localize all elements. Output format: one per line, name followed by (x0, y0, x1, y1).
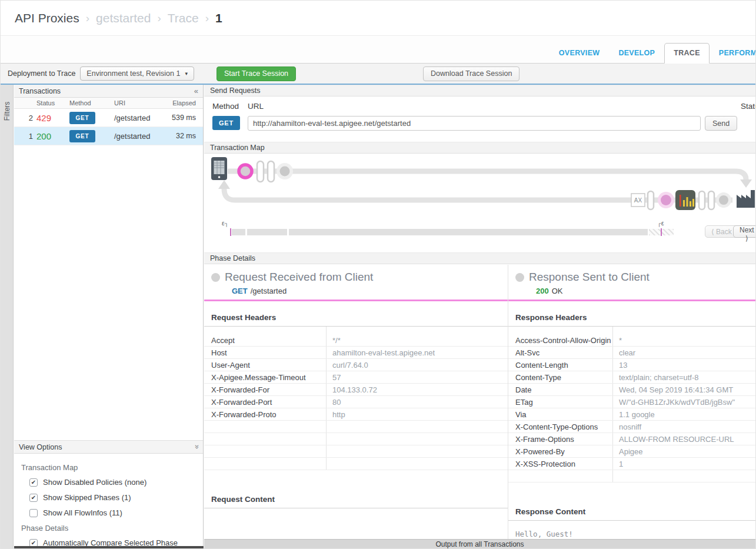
output-from-all-transactions-bar[interactable]: Output from all Transactions (204, 539, 755, 548)
filters-sidebar-tab[interactable]: Filters (1, 85, 14, 548)
response-phase-column: Response Sent to Client 200OK Response H… (508, 265, 755, 539)
request-phase-column: Request Received from Client GET/getstar… (204, 265, 508, 539)
header-value: 1 (613, 460, 623, 468)
header-value: * (613, 336, 622, 345)
transaction-map: AX (204, 154, 755, 252)
tab-develop[interactable]: DEVELOP (609, 43, 664, 64)
ax-policy-icon[interactable]: AX (631, 194, 645, 207)
view-option-item: Show Skipped Phases (1) (29, 493, 203, 502)
flow-pill[interactable] (648, 191, 654, 209)
apigee-trace-app: API Proxies › getstarted › Trace › 1 OVE… (0, 0, 756, 549)
view-options-panel: View Options « Transaction MapShow Disab… (14, 440, 203, 546)
header-value: 80 (327, 398, 341, 407)
header-name: Date (508, 384, 613, 395)
timeline-cursor-tick[interactable] (230, 228, 231, 236)
start-trace-session-button[interactable]: Start Trace Session (217, 66, 296, 81)
checkbox[interactable] (29, 478, 38, 487)
response-phase-summary: Response Sent to Client 200OK (508, 265, 755, 301)
transaction-status: 200 (36, 131, 69, 141)
response-headers-table: Access-Control-Allow-Origin*Alt-Svcclear… (508, 327, 755, 483)
view-option-label: Automatically Compare Selected Phase (43, 538, 178, 546)
transaction-uri: /getstarted (114, 114, 161, 122)
header-name: X-Forwarded-Port (204, 396, 327, 408)
flow-pill[interactable] (257, 161, 264, 182)
tab-overview[interactable]: OVERVIEW (549, 43, 610, 64)
transaction-row[interactable]: 2429GET/getstarted539 ms (14, 109, 203, 127)
next-button[interactable]: Next ⟩ (733, 225, 755, 238)
method-select-button[interactable]: GET (212, 116, 240, 130)
url-input[interactable] (248, 116, 701, 131)
left-panel-scrollbar[interactable] (14, 546, 204, 548)
flow-pill[interactable] (699, 191, 705, 209)
breadcrumb-api-proxies[interactable]: API Proxies (15, 11, 79, 25)
send-button[interactable]: Send (705, 116, 737, 131)
checkbox[interactable] (29, 509, 38, 517)
transactions-body: 2429GET/getstarted539 ms1200GET/getstart… (14, 109, 203, 145)
method-badge: GET (69, 112, 95, 124)
phase-details-content: Request Received from Client GET/getstar… (204, 265, 755, 539)
header-value: Apigee (613, 447, 642, 456)
client-device-icon[interactable] (211, 157, 227, 180)
url-label: URL (248, 102, 264, 111)
header-name: X-Content-Type-Options (508, 421, 613, 432)
transaction-status: 429 (36, 113, 69, 123)
phase-dot[interactable] (277, 163, 293, 179)
phase-dot[interactable] (716, 192, 731, 208)
header-name: X-Powered-By (508, 445, 613, 457)
header-value: nosniff (613, 422, 641, 431)
breadcrumb-separator: › (205, 12, 209, 25)
caret-down-icon: ▾ (185, 71, 188, 76)
view-option-item: Show All FlowInfos (11) (29, 508, 203, 517)
transaction-elapsed: 32 ms (161, 132, 203, 140)
collapse-view-options-icon[interactable]: « (192, 445, 201, 449)
timeline-end-marker: ┌ε (657, 220, 664, 227)
environment-select[interactable]: Environment test, Revision 1 ▾ (80, 66, 194, 81)
view-options-title: View Options (19, 443, 194, 451)
response-content-title: Response Content (508, 504, 755, 521)
tab-trace[interactable]: TRACE (664, 43, 710, 64)
timeline-cursor-tick[interactable] (661, 228, 662, 236)
request-headers-title: Request Headers (204, 310, 508, 327)
collapse-panel-icon[interactable]: « (194, 86, 198, 95)
header-row: X-Frame-OptionsALLOW-FROM RESOURCE-URL (508, 433, 755, 445)
timeline-segment[interactable] (289, 229, 648, 235)
map-timeline: ε┐ ┌ε ⟨ Back Next ⟩ (204, 219, 755, 243)
request-method: GET (232, 287, 248, 295)
view-option-label: Show Skipped Phases (1) (43, 493, 131, 502)
filters-label: Filters (3, 95, 11, 128)
selected-phase-marker[interactable] (239, 165, 252, 178)
checkbox[interactable] (29, 539, 38, 547)
analytics-policy-icon[interactable] (675, 190, 695, 210)
view-option-item: Show Disabled Policies (none) (29, 478, 203, 487)
header-row: X-Forwarded-Protohttp (204, 408, 508, 421)
timeline-segment[interactable] (232, 229, 245, 235)
checkbox[interactable] (29, 494, 38, 502)
header-value: curl/7.64.0 (327, 361, 368, 370)
flow-pill[interactable] (268, 161, 274, 182)
request-phase-title: Request Received from Client (225, 271, 373, 284)
panel-top-accent-line (1, 84, 755, 85)
timeline-segment[interactable] (247, 229, 287, 235)
trace-detail-panel: Send Requests Method URL Status GET Send… (204, 85, 755, 548)
request-headers-table: Accept*/*Hostahamilton-eval-test.apigee.… (204, 327, 508, 470)
target-server-icon[interactable] (737, 190, 755, 208)
send-requests-title: Send Requests (210, 86, 260, 95)
view-option-item: Automatically Compare Selected Phase (29, 538, 203, 546)
transaction-row[interactable]: 1200GET/getstarted32 ms (14, 127, 203, 145)
header-name: Accept (204, 334, 327, 346)
header-row: User-Agentcurl/7.64.0 (204, 359, 508, 371)
view-options-header: View Options « (14, 441, 203, 454)
comparison-phase-marker[interactable] (658, 192, 674, 208)
breadcrumb-proxy-name[interactable]: getstarted (96, 11, 151, 25)
breadcrumb-trace[interactable]: Trace (168, 11, 199, 25)
breadcrumb-separator: › (157, 12, 161, 25)
flow-pill[interactable] (708, 191, 714, 209)
header-value: ALLOW-FROM RESOURCE-URL (613, 435, 734, 444)
response-headers-title: Response Headers (508, 310, 755, 327)
download-trace-session-button[interactable]: Download Trace Session (423, 66, 519, 81)
response-status-text: OK (552, 287, 563, 295)
tab-performance[interactable]: PERFORMANCE (710, 43, 756, 64)
header-value: clear (613, 348, 635, 357)
response-content-body: Hello, Guest! (508, 521, 755, 539)
header-name: User-Agent (204, 359, 327, 371)
